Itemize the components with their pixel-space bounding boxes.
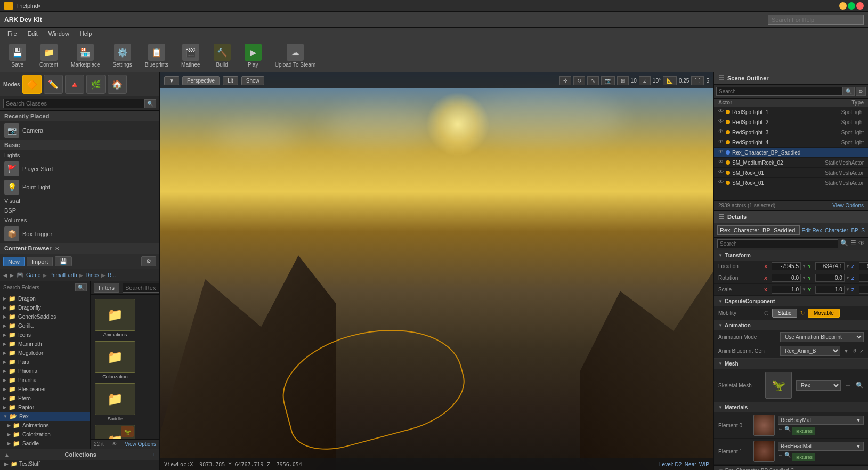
cb-search-input[interactable]	[123, 283, 159, 293]
cb-view-options[interactable]: View Options	[125, 441, 156, 447]
mode-place-button[interactable]: 🔶	[22, 75, 42, 94]
outliner-item-3[interactable]: 👁 RedSpotlight_4 SpotLight	[714, 137, 868, 148]
mode-foliage-button[interactable]: 🌿	[86, 75, 106, 94]
menu-edit[interactable]: Edit	[22, 29, 43, 38]
toolbar-save-button[interactable]: 💾 Save	[4, 42, 31, 70]
anim-link-icon[interactable]: ↗	[859, 348, 864, 354]
outliner-settings-button[interactable]: ⚙	[856, 87, 866, 96]
vp-perspective-button[interactable]: Perspective	[182, 76, 220, 85]
scale-y-arrow[interactable]: ▼	[846, 287, 850, 292]
outliner-view-options[interactable]: View Options	[832, 202, 864, 208]
vp-maximize-button[interactable]: ⛶	[691, 76, 704, 85]
details-search-icon[interactable]: 🔍	[840, 239, 848, 248]
mobility-static-button[interactable]: Static	[772, 309, 797, 318]
test-stuff-item[interactable]: ▶ 📁 TestStuff	[0, 460, 159, 470]
toolbar-settings-button[interactable]: ⚙️ Settings	[109, 42, 136, 70]
location-y-input[interactable]	[815, 262, 845, 270]
cb-settings-button[interactable]: ⚙	[141, 256, 156, 266]
details-eye-icon[interactable]: 👁	[858, 239, 865, 248]
materials-section-header[interactable]: ▼ Materials	[714, 402, 868, 412]
mat-0-texture-dropdown[interactable]: Textures	[792, 427, 815, 435]
vp-camera-button[interactable]: 📷	[601, 76, 615, 85]
viewport-scene[interactable]: ▼ Perspective Lit Show ✛ ↻ ⤡ 📷 ⊞ 10 ⊿ 10…	[160, 72, 713, 470]
toolbar-marketplace-button[interactable]: 🏪 Marketplace	[67, 42, 104, 70]
collections-add-button[interactable]: +	[152, 451, 155, 458]
details-edit-link[interactable]: Edit Rex_Character_BP_S	[802, 228, 865, 233]
folder-dragon[interactable]: ▶ 📁 Dragon	[0, 294, 90, 303]
breadcrumb-forward-button[interactable]: ▶	[10, 272, 14, 278]
placed-volumes[interactable]: Volumes	[0, 215, 159, 225]
window-controls[interactable]	[839, 2, 864, 10]
folder-megalodon[interactable]: ▶ 📁 Megalodon	[0, 349, 90, 358]
search-classes-button[interactable]: 🔍	[144, 99, 156, 108]
breadcrumb-game[interactable]: Game	[26, 272, 40, 278]
details-actor-name-input[interactable]	[717, 225, 800, 235]
folder-piranha[interactable]: ▶ 📁 Piranha	[0, 376, 90, 385]
folder-plesiosauer[interactable]: ▶ 📁 Plesiosauer	[0, 385, 90, 394]
folder-phiomia[interactable]: ▶ 📁 Phiomia	[0, 367, 90, 376]
mode-landscape-button[interactable]: 🔺	[65, 75, 84, 94]
search-classes-input[interactable]	[3, 99, 144, 108]
asset-saddle[interactable]: 📁 Saddle	[95, 383, 135, 422]
scale-x-arrow[interactable]: ▼	[802, 287, 806, 292]
folder-genericsaddles[interactable]: ▶ 📁 GenericSaddles	[0, 312, 90, 321]
rotation-x-input[interactable]	[772, 274, 801, 282]
cb-filters-button[interactable]: Filters	[94, 283, 119, 293]
visibility-icon-rex[interactable]: 👁	[718, 149, 726, 156]
rotation-x-arrow[interactable]: ▼	[802, 275, 806, 280]
close-button[interactable]	[856, 2, 864, 10]
mesh-section-header[interactable]: ▼ Mesh	[714, 359, 868, 369]
ark-search-input[interactable]	[768, 15, 864, 25]
toolbar-blueprints-button[interactable]: 📋 Blueprints	[141, 42, 173, 70]
vp-dropdown-button[interactable]: ▼	[164, 76, 179, 85]
folder-raptor[interactable]: ▶ 📁 Raptor	[0, 403, 90, 412]
visibility-icon-5[interactable]: 👁	[718, 159, 726, 166]
mat-0-search-icon[interactable]: 🔍	[784, 426, 791, 435]
toolbar-upload-button[interactable]: ☁ Upload To Steam	[271, 42, 320, 70]
anim-expand-button[interactable]: ▼	[843, 348, 849, 354]
mat-1-arrow-icon[interactable]: ←	[778, 452, 783, 461]
location-x-arrow[interactable]: ▼	[802, 264, 806, 269]
vp-translate-button[interactable]: ✛	[559, 76, 571, 85]
outliner-item-0[interactable]: 👁 RedSpotlight_1 SpotLight	[714, 107, 868, 117]
search-folders-button[interactable]: 🔍	[75, 283, 87, 291]
visibility-icon-1[interactable]: 👁	[718, 118, 726, 126]
outliner-item-5[interactable]: 👁 SM_MediumRock_02 StaticMeshActor	[714, 158, 868, 168]
scale-z-input[interactable]	[859, 286, 868, 294]
maximize-button[interactable]	[848, 2, 855, 10]
menu-file[interactable]: File	[2, 29, 22, 38]
mat-element-1-dropdown-btn[interactable]: RexHeadMat ▼	[778, 442, 864, 451]
folder-dragonfly[interactable]: ▶ 📁 Dragonfly	[0, 303, 90, 312]
placed-item-box-trigger[interactable]: 📦 Box Trigger	[0, 225, 159, 243]
folder-icons[interactable]: ▶ 📁 Icons	[0, 330, 90, 339]
folder-rex-colorization[interactable]: ▶ 📁 Colorization	[0, 430, 90, 439]
details-filter-icon[interactable]: ☰	[850, 239, 856, 248]
cb-import-button[interactable]: Import	[27, 257, 53, 266]
asset-animations[interactable]: 📁 Animations	[95, 299, 135, 338]
details-search-input[interactable]	[717, 239, 838, 248]
placed-item-camera[interactable]: 📷 Camera	[0, 121, 159, 140]
visibility-icon-0[interactable]: 👁	[718, 108, 726, 116]
asset-rex-folder[interactable]: 📁 🦖 Rex	[95, 425, 135, 439]
breadcrumb-r[interactable]: R...	[108, 272, 116, 278]
transform-section-header[interactable]: ▼ Transform	[714, 250, 868, 261]
mobility-movable-button[interactable]: Movable	[808, 309, 840, 318]
cb-new-button[interactable]: New	[3, 257, 25, 266]
rotation-y-arrow[interactable]: ▼	[846, 275, 850, 280]
vp-scale-button[interactable]: ⤡	[587, 76, 599, 85]
visibility-icon-6[interactable]: 👁	[718, 169, 726, 176]
scale-y-input[interactable]	[815, 286, 845, 294]
mesh-arrow-left[interactable]: ←	[845, 382, 851, 389]
outliner-search-input[interactable]	[716, 87, 843, 96]
mat-element-0-dropdown-btn[interactable]: RexBodyMat ▼	[778, 416, 864, 425]
anim-refresh-icon[interactable]: ↺	[852, 348, 856, 354]
breadcrumb-back-button[interactable]: ◀	[3, 272, 7, 278]
breadcrumb-dinos[interactable]: Dinos	[85, 272, 99, 278]
outliner-item-rex[interactable]: 👁 Rex_Character_BP_Saddled	[714, 148, 868, 158]
vp-show-button[interactable]: Show	[241, 76, 264, 85]
placed-lights[interactable]: Lights	[0, 150, 159, 160]
outliner-item-6[interactable]: 👁 SM_Rock_01 StaticMeshActor	[714, 168, 868, 178]
recently-placed-header[interactable]: Recently Placed	[0, 111, 159, 121]
toolbar-build-button[interactable]: 🔨 Build	[209, 42, 236, 70]
visibility-icon-3[interactable]: 👁	[718, 139, 726, 146]
